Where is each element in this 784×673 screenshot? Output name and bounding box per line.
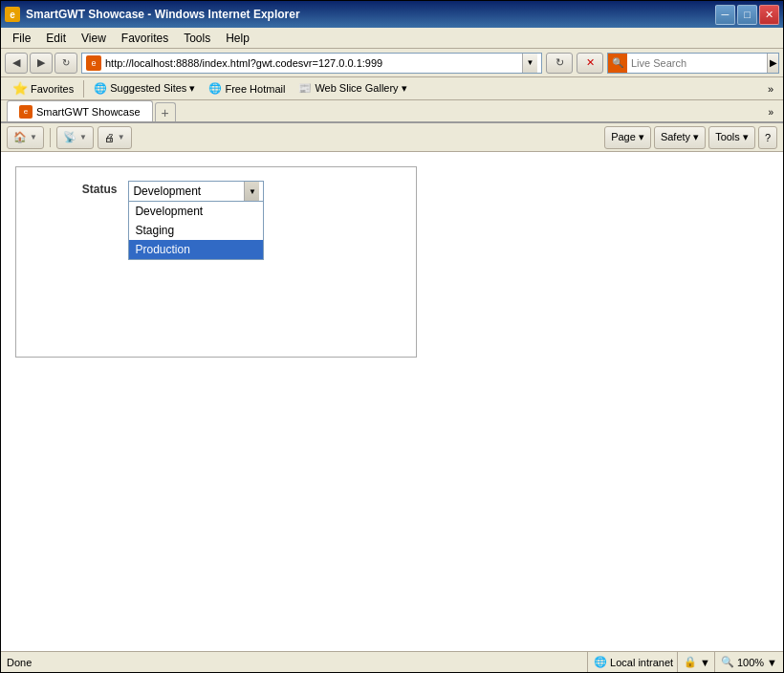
env-select[interactable]: Development ▼ <box>128 181 264 202</box>
toolbar-right: Page ▾ Safety ▾ Tools ▾ ? <box>604 126 777 149</box>
tab-list-button[interactable]: » <box>764 103 777 121</box>
tools-label: Tools ▾ <box>715 131 749 143</box>
close-button[interactable]: ✕ <box>759 5 779 25</box>
select-wrapper: Development ▼ Development Staging Produc… <box>128 181 264 202</box>
menu-help[interactable]: Help <box>218 30 257 47</box>
free-hotmail-button[interactable]: 🌐 Free Hotmail <box>203 80 291 97</box>
status-field-cell: Development ▼ Development Staging Produc… <box>124 177 406 206</box>
print-button[interactable]: 🖨 ▼ <box>98 126 132 149</box>
web-slice-label: Web Slice Gallery ▾ <box>315 82 406 95</box>
ie-toolbar: 🏠 ▼ 📡 ▼ 🖨 ▼ Page ▾ Safety ▾ Tools ▾ ? <box>1 123 783 152</box>
back-button[interactable]: ◀ <box>5 53 28 74</box>
toolbar-left: 🏠 ▼ 📡 ▼ 🖨 ▼ <box>7 126 132 149</box>
tab-label: SmartGWT Showcase <box>36 106 141 118</box>
menu-tools[interactable]: Tools <box>176 30 218 47</box>
nav-row: ◀ ▶ ↻ <box>5 53 77 74</box>
title-bar-controls: ─ □ ✕ <box>715 5 779 25</box>
web-slice-gallery-button[interactable]: 📰 Web Slice Gallery ▾ <box>293 80 412 97</box>
form-row: Status Development ▼ Development Sta <box>26 177 406 206</box>
stop-button[interactable]: ✕ <box>577 53 603 74</box>
url-input[interactable] <box>105 57 522 69</box>
new-tab-button[interactable]: + <box>155 102 176 121</box>
favorites-star-icon: ⭐ <box>12 81 28 96</box>
menu-edit[interactable]: Edit <box>38 30 74 47</box>
url-favicon-icon: e <box>86 55 101 71</box>
menu-view[interactable]: View <box>74 30 114 47</box>
search-submit-button[interactable]: ▶ <box>767 54 778 73</box>
browser-window: e SmartGWT Showcase - Windows Internet E… <box>0 0 784 673</box>
help-button[interactable]: ? <box>758 126 777 149</box>
print-arrow: ▼ <box>118 133 125 141</box>
globe-icon: 🌐 <box>594 656 607 668</box>
tools-button[interactable]: Tools ▾ <box>708 126 755 149</box>
ie-logo-icon: e <box>5 7 20 22</box>
help-label: ? <box>765 132 771 143</box>
zoom-value: 100% <box>737 657 764 668</box>
option-production[interactable]: Production <box>129 240 263 259</box>
menu-file[interactable]: File <box>5 30 38 47</box>
hotmail-icon: 🌐 <box>208 82 222 95</box>
web-slice-icon: 📰 <box>298 82 312 95</box>
status-text: Done <box>7 657 583 668</box>
status-bar: Done 🌐 Local intranet 🔒 ▼ 🔍 100% ▼ <box>1 651 783 672</box>
security-icon: 🔒 <box>684 656 697 668</box>
minimize-button[interactable]: ─ <box>715 5 735 25</box>
tab-favicon-icon: e <box>19 105 33 119</box>
page-button[interactable]: Page ▾ <box>604 126 651 149</box>
zoom-section: 🔍 100% ▼ <box>714 652 777 672</box>
suggested-sites-button[interactable]: 🌐 Suggested Sites ▾ <box>88 80 201 97</box>
window-title: SmartGWT Showcase - Windows Internet Exp… <box>26 8 300 21</box>
refresh-page-button[interactable]: ↻ <box>546 53 573 74</box>
search-bar-container: 🔍 ▶ <box>607 53 779 74</box>
form-table: Status Development ▼ Development Sta <box>26 177 406 206</box>
home-icon: 🏠 <box>13 131 27 143</box>
url-dropdown-button[interactable]: ▼ <box>522 54 537 73</box>
security-section: 🔒 ▼ <box>677 652 710 672</box>
forward-button[interactable]: ▶ <box>30 53 53 74</box>
hotmail-label: Free Hotmail <box>225 83 285 95</box>
zoom-arrow: ▼ <box>767 657 777 668</box>
home-arrow: ▼ <box>30 133 37 141</box>
dropdown-list: Development Staging Production <box>128 202 264 260</box>
status-label-cell: Status <box>26 177 124 206</box>
menu-bar: File Edit View Favorites Tools Help <box>1 28 783 49</box>
favorites-label: Favorites <box>31 83 74 95</box>
favorites-bar: ⭐ Favorites 🌐 Suggested Sites ▾ 🌐 Free H… <box>1 77 783 100</box>
maximize-button[interactable]: □ <box>737 5 757 25</box>
smartgwt-container: Status Development ▼ Development Sta <box>15 166 417 358</box>
option-staging[interactable]: Staging <box>129 221 263 240</box>
content-area: Status Development ▼ Development Sta <box>1 152 783 372</box>
feeds-button[interactable]: 📡 ▼ <box>56 126 94 149</box>
browser-content: Status Development ▼ Development Sta <box>1 152 783 651</box>
page-label: Page ▾ <box>611 131 644 143</box>
zoom-icon: 🔍 <box>721 656 734 668</box>
feeds-icon: 📡 <box>63 131 76 143</box>
address-bar: ◀ ▶ ↻ e ▼ ↻ ✕ 🔍 ▶ <box>1 49 783 77</box>
env-select-arrow-icon: ▼ <box>244 182 259 201</box>
tab-smartgwt-showcase[interactable]: e SmartGWT Showcase <box>7 100 153 121</box>
favorites-button[interactable]: ⭐ Favorites <box>7 79 79 98</box>
refresh-button[interactable]: ↻ <box>54 53 77 74</box>
separator-1 <box>50 128 51 147</box>
zone-text: Local intranet <box>610 657 673 668</box>
title-bar-left: e SmartGWT Showcase - Windows Internet E… <box>5 7 300 22</box>
env-select-value: Development <box>133 185 201 198</box>
tab-bar: e SmartGWT Showcase + » <box>1 100 783 123</box>
live-search-icon: 🔍 <box>608 54 627 73</box>
search-input[interactable] <box>627 57 767 69</box>
option-development[interactable]: Development <box>129 202 263 221</box>
status-label: Status <box>82 183 118 196</box>
suggested-sites-label: Suggested Sites ▾ <box>110 82 195 95</box>
home-button[interactable]: 🏠 ▼ <box>7 126 44 149</box>
title-bar: e SmartGWT Showcase - Windows Internet E… <box>1 1 783 28</box>
separator <box>83 80 84 98</box>
feeds-arrow: ▼ <box>79 133 87 141</box>
favorites-more-button[interactable]: » <box>764 81 777 97</box>
security-arrow: ▼ <box>700 657 710 668</box>
print-icon: 🖨 <box>104 132 115 143</box>
suggested-sites-icon: 🌐 <box>94 82 107 95</box>
url-bar-container: e ▼ <box>81 53 542 74</box>
safety-button[interactable]: Safety ▾ <box>654 126 706 149</box>
menu-favorites[interactable]: Favorites <box>114 30 176 47</box>
safety-label: Safety ▾ <box>661 131 699 143</box>
